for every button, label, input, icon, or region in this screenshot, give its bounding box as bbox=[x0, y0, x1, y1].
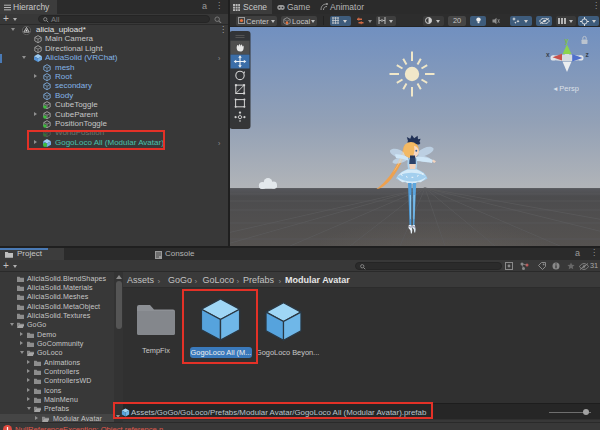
svg-text:◂ Persp: ◂ Persp bbox=[554, 84, 579, 93]
svg-text:y: y bbox=[565, 37, 569, 45]
svg-text:x: x bbox=[546, 51, 550, 58]
